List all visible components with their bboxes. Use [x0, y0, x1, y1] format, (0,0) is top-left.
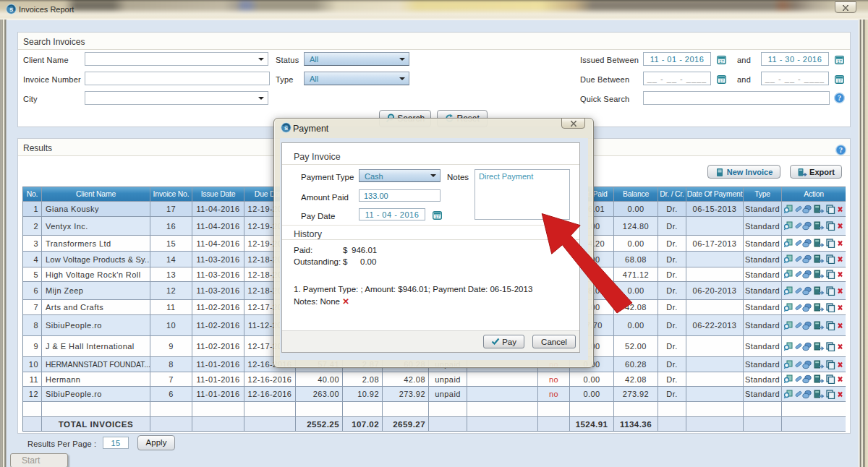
- svg-text:?: ?: [838, 94, 841, 102]
- svg-text:17: 17: [435, 215, 440, 219]
- svg-text:17: 17: [837, 59, 842, 64]
- svg-text:?: ?: [839, 146, 843, 154]
- svg-text:17: 17: [837, 79, 842, 83]
- svg-text:17: 17: [719, 79, 724, 83]
- svg-text:s: s: [284, 124, 288, 132]
- svg-text:s: s: [9, 6, 13, 13]
- svg-text:17: 17: [719, 59, 724, 64]
